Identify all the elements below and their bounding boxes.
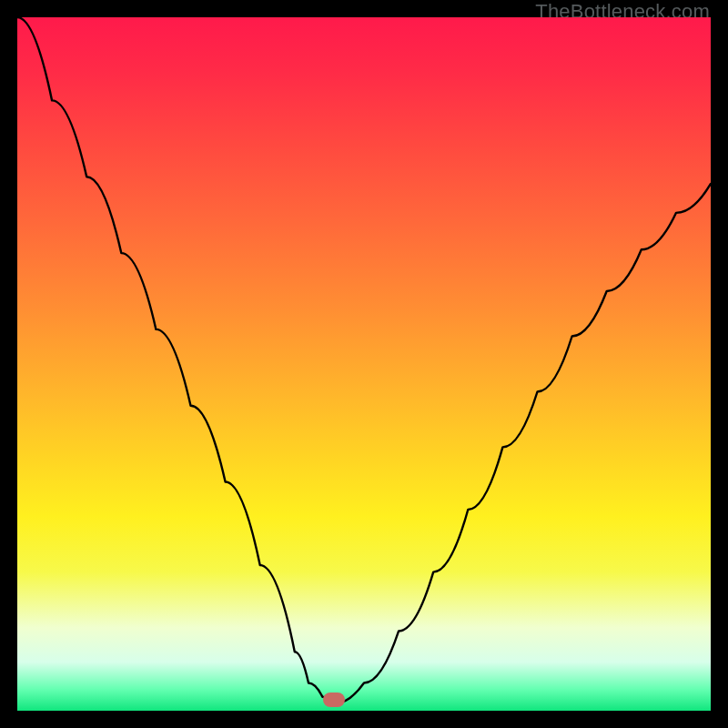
bottleneck-curve: [17, 17, 711, 711]
chart-frame: TheBottleneck.com: [0, 0, 728, 728]
plot-area: [17, 17, 711, 711]
optimal-point-marker: [323, 693, 345, 707]
